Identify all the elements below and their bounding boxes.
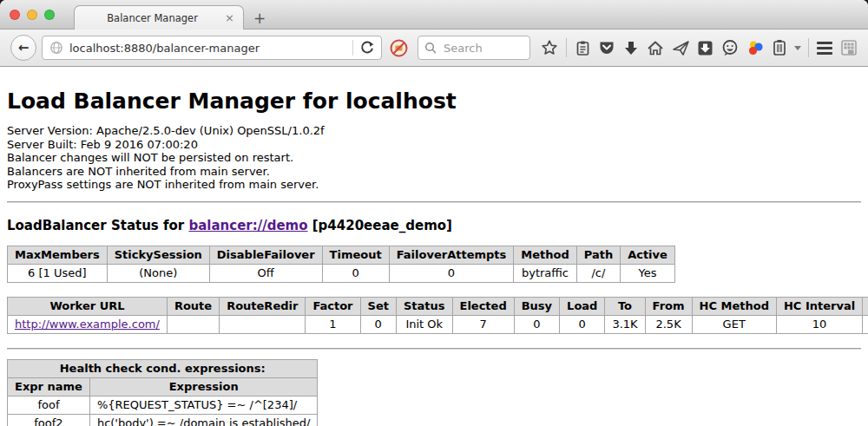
chevron-down-icon[interactable]	[794, 46, 801, 50]
tab-close-icon[interactable]: ×	[223, 11, 236, 24]
reading-list-icon[interactable]	[575, 40, 591, 56]
health-check-table: Health check cond. expressions: Expr nam…	[7, 359, 318, 426]
urlbar-separator	[352, 40, 353, 56]
col-hc-method: HC Method	[692, 297, 776, 315]
col-active: Active	[621, 246, 675, 264]
cell-disablefailover: Off	[209, 264, 322, 282]
loadbalancer-heading-prefix: LoadBalancer Status for	[7, 218, 188, 233]
plugin-blocked-icon[interactable]	[390, 39, 408, 57]
table-header-row: Worker URL Route RouteRedir Factor Set S…	[8, 297, 868, 315]
cell-elected: 7	[452, 315, 514, 333]
bookmark-star-icon[interactable]	[541, 39, 558, 56]
cell-routeredir	[220, 315, 306, 333]
loadbalancer-heading: LoadBalancer Status for balancer://demo …	[7, 218, 861, 233]
server-built-line: Server Built: Feb 9 2016 07:00:20	[7, 138, 861, 152]
close-window-button[interactable]	[10, 10, 20, 20]
persist-notice-line: Balancer changes will NOT be persisted o…	[7, 151, 861, 165]
table-row: 6 [1 Used] (None) Off 0 0 bytraffic /c/ …	[8, 264, 675, 282]
container-battery-icon[interactable]	[773, 39, 786, 56]
server-info: Server Version: Apache/2.5.0-dev (Unix) …	[7, 124, 861, 192]
balancer-demo-link[interactable]: balancer://demo	[188, 218, 307, 233]
cell-expr-name: foof	[8, 396, 90, 414]
worker-table: Worker URL Route RouteRedir Factor Set S…	[7, 297, 868, 334]
cell-timeout: 0	[322, 264, 389, 282]
col-hc-interval: HC Interval	[776, 297, 862, 315]
col-status: Status	[396, 297, 452, 315]
cell-active: Yes	[621, 264, 675, 282]
cell-stickysession: (None)	[107, 264, 209, 282]
cell-hc-method: GET	[692, 315, 776, 333]
search-bar[interactable]	[418, 36, 530, 60]
cell-passes: 1 (0)	[863, 315, 868, 333]
table-header-row: MaxMembers StickySession DisableFailover…	[8, 246, 675, 264]
col-stickysession: StickySession	[107, 246, 209, 264]
downloads-arrow-icon[interactable]	[623, 40, 639, 56]
search-icon	[424, 42, 437, 54]
cell-expr-name: foof2	[8, 414, 90, 426]
titlebar: Balancer Manager × +	[0, 0, 868, 29]
back-button[interactable]: ←	[10, 35, 36, 61]
menu-hamburger-icon[interactable]	[817, 42, 832, 55]
url-text[interactable]: localhost:8880/balancer-manager	[69, 42, 345, 55]
col-factor: Factor	[306, 297, 360, 315]
cell-to: 3.1K	[605, 315, 645, 333]
divider	[7, 201, 861, 203]
search-input[interactable]	[442, 41, 520, 56]
new-tab-button[interactable]: +	[253, 11, 266, 26]
loadbalancer-heading-suffix: [p4420eeae_demo]	[308, 218, 452, 233]
col-timeout: Timeout	[322, 246, 389, 264]
page-content: Load Balancer Manager for localhost Serv…	[0, 67, 868, 426]
tab-balancer-manager[interactable]: Balancer Manager ×	[74, 5, 244, 29]
server-version-line: Server Version: Apache/2.5.0-dev (Unix) …	[7, 124, 861, 138]
col-expression: Expression	[89, 377, 318, 396]
globe-icon	[49, 41, 63, 55]
cell-failoverattempts: 0	[389, 264, 514, 282]
panel-download-icon[interactable]	[697, 40, 713, 56]
zoom-window-button[interactable]	[44, 10, 55, 20]
address-bar[interactable]: localhost:8880/balancer-manager	[42, 36, 382, 60]
col-disablefailover: DisableFailover	[209, 246, 322, 264]
cell-expression: %{REQUEST_STATUS} =~ /^[234]/	[89, 396, 318, 414]
cell-busy: 0	[514, 315, 559, 333]
toolbar-icons	[541, 38, 858, 57]
table-row: foof %{REQUEST_STATUS} =~ /^[234]/	[8, 396, 318, 414]
tab-title: Balancer Manager	[82, 12, 223, 24]
worker-url-link[interactable]: http://www.example.com/	[15, 318, 160, 331]
send-plane-icon[interactable]	[672, 40, 690, 56]
table-row: http://www.example.com/ 1 0 Init Ok 7 0 …	[8, 315, 868, 333]
cell-path: /c/	[576, 264, 620, 282]
col-passes: Passes	[863, 297, 868, 315]
cell-set: 0	[360, 315, 396, 333]
balancers-notice-line: Balancers are NOT inherited from main se…	[7, 165, 861, 179]
col-route: Route	[167, 297, 219, 315]
navigation-toolbar: ← localhost:8880/balancer-manager	[0, 29, 868, 67]
cell-status: Init Ok	[396, 315, 452, 333]
toolbar-separator	[808, 38, 809, 57]
col-path: Path	[576, 246, 620, 264]
cell-from: 2.5K	[645, 315, 692, 333]
col-set: Set	[360, 297, 396, 315]
col-load: Load	[560, 297, 605, 315]
col-elected: Elected	[452, 297, 514, 315]
reload-icon[interactable]	[360, 41, 374, 55]
minimize-window-button[interactable]	[27, 10, 37, 20]
cell-maxmembers: 6 [1 Used]	[8, 264, 108, 282]
cell-route	[167, 315, 219, 333]
cell-load: 0	[560, 315, 605, 333]
col-busy: Busy	[514, 297, 559, 315]
table-row: foof2 hc('body') =~ /domain is establish…	[8, 414, 318, 426]
feedback-smiley-icon[interactable]	[721, 39, 739, 56]
traffic-lights	[10, 10, 55, 20]
tab-groups-icon[interactable]	[840, 39, 858, 56]
colored-dots-extension-icon[interactable]	[746, 39, 765, 57]
col-method: Method	[514, 246, 576, 264]
home-icon[interactable]	[647, 40, 664, 56]
balancer-settings-table: MaxMembers StickySession DisableFailover…	[7, 246, 675, 283]
cell-hc-interval: 10	[776, 315, 862, 333]
cell-method: bytraffic	[514, 264, 576, 282]
browser-window: Balancer Manager × + ← localhost:8880/ba…	[0, 0, 868, 426]
toolbar-separator	[566, 38, 567, 57]
col-worker-url: Worker URL	[8, 297, 168, 315]
pocket-icon[interactable]	[598, 39, 615, 56]
col-to: To	[605, 297, 645, 315]
